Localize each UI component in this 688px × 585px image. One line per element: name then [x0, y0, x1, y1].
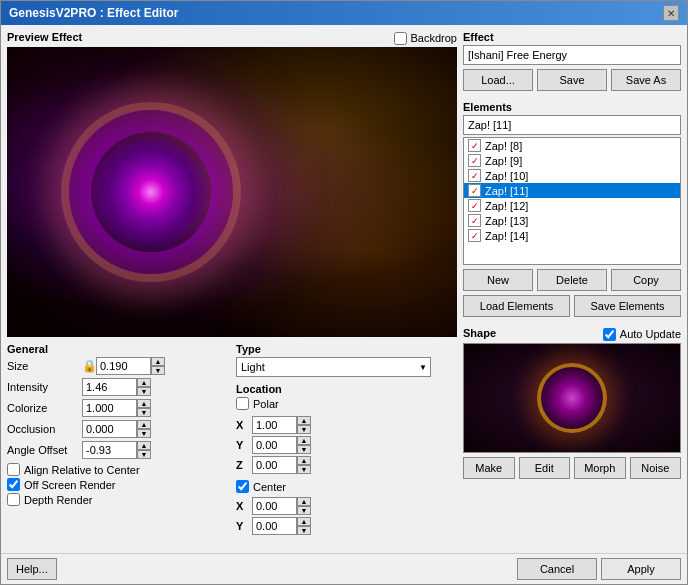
shape-preview — [463, 343, 681, 453]
backdrop-checkbox[interactable] — [394, 32, 407, 45]
occlusion-up[interactable]: ▲ — [137, 420, 151, 429]
make-button[interactable]: Make — [463, 457, 515, 479]
angle-offset-down[interactable]: ▼ — [137, 450, 151, 459]
load-button[interactable]: Load... — [463, 69, 533, 91]
general-label: General — [7, 343, 228, 355]
left-panel: Preview Effect Backdrop General — [7, 31, 457, 547]
size-down[interactable]: ▼ — [151, 366, 165, 375]
item-checkbox: ✓ — [468, 214, 481, 227]
size-input[interactable] — [96, 357, 151, 375]
intensity-up[interactable]: ▲ — [137, 378, 151, 387]
load-elements-button[interactable]: Load Elements — [463, 295, 570, 317]
elements-current-input[interactable] — [463, 115, 681, 135]
cx-up[interactable]: ▲ — [297, 497, 311, 506]
new-button[interactable]: New — [463, 269, 533, 291]
intensity-input[interactable] — [82, 378, 137, 396]
copy-button[interactable]: Copy — [611, 269, 681, 291]
cx-input-group: ▲ ▼ — [252, 497, 311, 515]
y-down[interactable]: ▼ — [297, 445, 311, 454]
effect-name-input[interactable] — [463, 45, 681, 65]
delete-button[interactable]: Delete — [537, 269, 607, 291]
off-screen-checkbox[interactable] — [7, 478, 20, 491]
align-relative-checkbox[interactable] — [7, 463, 20, 476]
size-input-group: ▲ ▼ — [96, 357, 165, 375]
off-screen-row: Off Screen Render — [7, 478, 228, 491]
backdrop-row: Backdrop — [394, 32, 457, 45]
cx-spinners: ▲ ▼ — [297, 497, 311, 515]
angle-offset-input-group: ▲ ▼ — [82, 441, 151, 459]
angle-offset-label: Angle Offset — [7, 444, 82, 456]
occlusion-label: Occlusion — [7, 423, 82, 435]
z-down[interactable]: ▼ — [297, 465, 311, 474]
list-item[interactable]: ✓Zap! [12] — [464, 198, 680, 213]
item-label: Zap! [12] — [485, 200, 528, 212]
shape-header: Shape Auto Update — [463, 327, 681, 341]
shape-label: Shape — [463, 327, 496, 339]
center-checkbox[interactable] — [236, 480, 249, 493]
size-spinners: ▲ ▼ — [151, 357, 165, 375]
apply-button[interactable]: Apply — [601, 558, 681, 580]
list-item[interactable]: ✓Zap! [8] — [464, 138, 680, 153]
colorize-input[interactable] — [82, 399, 137, 417]
polar-checkbox[interactable] — [236, 397, 249, 410]
cy-down[interactable]: ▼ — [297, 526, 311, 535]
type-label: Type — [236, 343, 457, 355]
window-title: GenesisV2PRO : Effect Editor — [9, 6, 178, 20]
colorize-down[interactable]: ▼ — [137, 408, 151, 417]
intensity-row: Intensity ▲ ▼ — [7, 378, 228, 396]
item-label: Zap! [9] — [485, 155, 522, 167]
save-as-button[interactable]: Save As — [611, 69, 681, 91]
save-elements-button[interactable]: Save Elements — [574, 295, 681, 317]
list-item[interactable]: ✓Zap! [13] — [464, 213, 680, 228]
x-input[interactable] — [252, 416, 297, 434]
lock-icon[interactable]: 🔒 — [82, 357, 96, 375]
y-up[interactable]: ▲ — [297, 436, 311, 445]
list-item[interactable]: ✓Zap! [14] — [464, 228, 680, 243]
cy-up[interactable]: ▲ — [297, 517, 311, 526]
z-input[interactable] — [252, 456, 297, 474]
save-button[interactable]: Save — [537, 69, 607, 91]
bottom-right-buttons: Cancel Apply — [517, 558, 681, 580]
y-spinners: ▲ ▼ — [297, 436, 311, 454]
list-item[interactable]: ✓Zap! [11] — [464, 183, 680, 198]
item-checkbox: ✓ — [468, 199, 481, 212]
angle-offset-row: Angle Offset ▲ ▼ — [7, 441, 228, 459]
intensity-label: Intensity — [7, 381, 82, 393]
occlusion-down[interactable]: ▼ — [137, 429, 151, 438]
elements-section: Elements ✓Zap! [8]✓Zap! [9]✓Zap! [10]✓Za… — [463, 101, 681, 321]
list-item[interactable]: ✓Zap! [10] — [464, 168, 680, 183]
close-button[interactable]: ✕ — [663, 5, 679, 21]
auto-update-checkbox[interactable] — [603, 328, 616, 341]
type-select[interactable]: Light Fire Electric Smoke Spark — [236, 357, 431, 377]
noise-button[interactable]: Noise — [630, 457, 682, 479]
item-checkbox: ✓ — [468, 184, 481, 197]
align-relative-label: Align Relative to Center — [24, 464, 140, 476]
cx-down[interactable]: ▼ — [297, 506, 311, 515]
colorize-up[interactable]: ▲ — [137, 399, 151, 408]
occlusion-input[interactable] — [82, 420, 137, 438]
x-down[interactable]: ▼ — [297, 425, 311, 434]
cy-input[interactable] — [252, 517, 297, 535]
bottom-left-buttons: Help... — [7, 558, 57, 580]
y-input[interactable] — [252, 436, 297, 454]
angle-offset-input[interactable] — [82, 441, 137, 459]
size-up[interactable]: ▲ — [151, 357, 165, 366]
cx-input[interactable] — [252, 497, 297, 515]
elements-list[interactable]: ✓Zap! [8]✓Zap! [9]✓Zap! [10]✓Zap! [11]✓Z… — [463, 137, 681, 265]
x-up[interactable]: ▲ — [297, 416, 311, 425]
intensity-input-group: ▲ ▼ — [82, 378, 151, 396]
cancel-button[interactable]: Cancel — [517, 558, 597, 580]
colorize-spinners: ▲ ▼ — [137, 399, 151, 417]
list-item[interactable]: ✓Zap! [9] — [464, 153, 680, 168]
colorize-row: Colorize ▲ ▼ — [7, 399, 228, 417]
cx-coord-row: X ▲ ▼ — [236, 497, 457, 515]
depth-render-checkbox[interactable] — [7, 493, 20, 506]
z-up[interactable]: ▲ — [297, 456, 311, 465]
edit-button[interactable]: Edit — [519, 457, 571, 479]
depth-render-label: Depth Render — [24, 494, 93, 506]
morph-button[interactable]: Morph — [574, 457, 626, 479]
intensity-down[interactable]: ▼ — [137, 387, 151, 396]
help-button[interactable]: Help... — [7, 558, 57, 580]
cy-label: Y — [236, 520, 252, 532]
angle-offset-up[interactable]: ▲ — [137, 441, 151, 450]
